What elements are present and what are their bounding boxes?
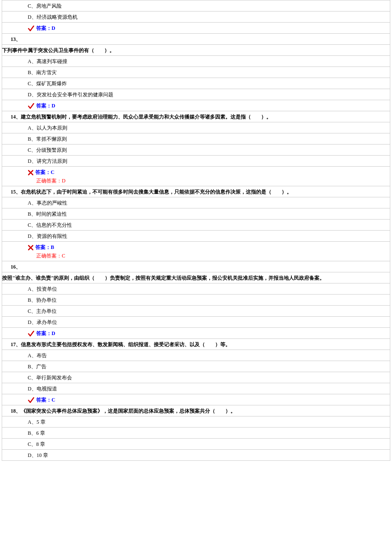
q13-option-b: B、南方雪灾 [2,67,390,78]
check-icon [28,397,35,403]
q18-option-a: A、5 章 [2,416,390,428]
q17-answer: 答案：C [2,394,390,405]
q12-answer: 答案：D [2,23,390,34]
q15-option-a: A、事态的严峻性 [2,197,390,208]
answer-label: 答案：D [36,330,55,336]
q14-option-a: A、以人为本原则 [2,122,390,133]
q18-option-b: B、6 章 [2,428,390,439]
cross-icon [28,170,34,176]
q18-option-d: D、10 章 [2,450,390,461]
q16-option-a: A、投资单位 [2,283,390,295]
answer-label: 答案：D [36,103,55,109]
answer-label: 答案：C [36,397,55,403]
q14-stem-row: 14、建立危机预警机制时，要考虑政府治理能力、民众心里承受能力和大众传播媒介等诸… [2,111,390,122]
q14-stem: 建立危机预警机制时，要考虑政府治理能力、民众心里承受能力和大众传播媒介等诸多因素… [21,114,271,120]
q17-stem-row: 17、信息发布形式主要包括授权发布、散发新闻稿、组织报道、接受记者采访、以及（ … [2,339,390,350]
answer-label: 答案：B [35,244,54,250]
correct-answer-label: 正确答案：D [28,176,386,185]
q16-option-c: C、主办单位 [2,306,390,317]
q14-answer: 答案：C 正确答案：D [2,167,390,186]
q14-option-c: C、分级预警原则 [2,145,390,156]
q13-number: 13、 [2,34,390,45]
q14-option-d: D、讲究方法原则 [2,156,390,167]
q17-option-a: A、布告 [2,350,390,361]
q13-stem: 下列事件中属于突发公共卫生事件的有（ ）。 [2,45,390,56]
q15-option-d: D、资源的有限性 [2,231,390,242]
q15-option-b: B、时间的紧迫性 [2,208,390,220]
cross-icon [28,245,34,251]
q16-option-d: D、承办单位 [2,317,390,328]
q15-stem: 在危机状态下，由于时间紧迫，不可能有很多时间去搜集大量信息，只能依据不充分的信息… [21,189,292,195]
q17-stem: 信息发布形式主要包括授权发布、散发新闻稿、组织报道、接受记者采访、以及（ ）等。 [21,341,231,347]
q12-option-d: D、经济战略资源危机 [2,12,390,23]
q18-stem: 《国家突发公共事件总体应急预案》，这是国家层面的总体应急预案，总体预案共分（ ）… [21,408,236,414]
correct-answer-label: 正确答案：C [28,251,386,260]
q17-option-b: B、广告 [2,361,390,372]
q17-option-c: C、举行新闻发布会 [2,372,390,383]
q12-option-c: C、房地产风险 [2,0,390,12]
check-icon [28,103,35,109]
q15-answer: 答案：B 正确答案：C [2,242,390,261]
check-icon [28,26,35,32]
q13-option-c: C、煤矿瓦斯爆炸 [2,78,390,89]
q18-option-c: C、8 章 [2,439,390,450]
answer-label: 答案：C [35,169,55,175]
q15-option-c: C、信息的不充分性 [2,220,390,231]
q16-stem: 按照"谁主办、谁负责"的原则，由组织（ ）负责制定，按照有关规定重大活动应急预案… [2,272,390,283]
q16-number: 16、 [2,261,390,272]
q18-stem-row: 18、《国家突发公共事件总体应急预案》，这是国家层面的总体应急预案，总体预案共分… [2,405,390,416]
q13-option-a: A、高速列车碰撞 [2,56,390,67]
q16-option-b: B、协办单位 [2,295,390,306]
answer-label: 答案：D [36,25,55,31]
q13-answer: 答案：D [2,100,390,111]
check-icon [28,331,35,337]
q16-answer: 答案：D [2,328,390,339]
q17-option-d: D、电视报道 [2,383,390,394]
q13-option-d: D、突发社会安全事件引发的健康问题 [2,89,390,100]
q15-stem-row: 15、在危机状态下，由于时间紧迫，不可能有很多时间去搜集大量信息，只能依据不充分… [2,186,390,197]
q14-option-b: B、常抓不懈原则 [2,133,390,145]
